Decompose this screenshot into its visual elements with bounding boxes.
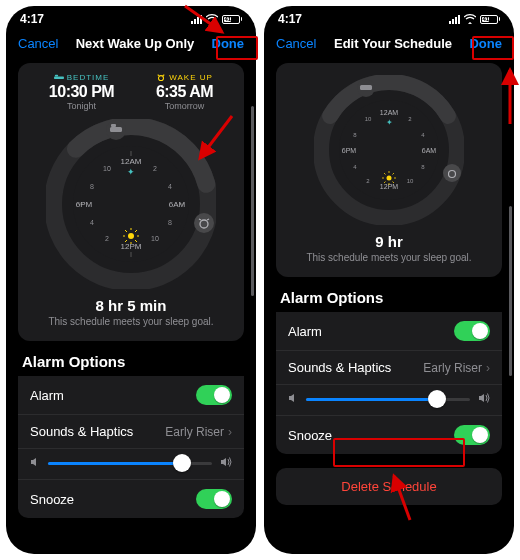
sounds-row[interactable]: Sounds & Haptics Early Riser › bbox=[18, 415, 244, 449]
speaker-low-icon bbox=[288, 393, 298, 405]
alarm-label: Alarm bbox=[288, 324, 454, 339]
nav-bar: Cancel Next Wake Up Only Done bbox=[6, 28, 256, 59]
svg-rect-47 bbox=[360, 85, 372, 90]
alarm-toggle[interactable] bbox=[196, 385, 232, 405]
snooze-toggle[interactable] bbox=[196, 489, 232, 509]
svg-rect-20 bbox=[111, 124, 116, 127]
dial-label-12am: 12AM bbox=[121, 157, 142, 166]
dial-label-4p: 4 bbox=[90, 219, 94, 226]
duration-text: 8 hr 5 min bbox=[28, 297, 234, 314]
snooze-row[interactable]: Snooze bbox=[18, 480, 244, 518]
sounds-row[interactable]: Sounds & Haptics Early Riser › bbox=[276, 351, 502, 385]
svg-text:10: 10 bbox=[365, 116, 372, 122]
goal-text: This schedule meets your sleep goal. bbox=[286, 252, 492, 263]
dial-label-10p: 10 bbox=[103, 165, 111, 172]
done-button[interactable]: Done bbox=[212, 36, 245, 51]
alarm-options-header: Alarm Options bbox=[6, 353, 256, 370]
battery-icon: 41 bbox=[480, 15, 501, 24]
svg-point-37 bbox=[387, 176, 392, 181]
snooze-label: Snooze bbox=[30, 492, 196, 507]
volume-slider[interactable] bbox=[48, 462, 212, 465]
signal-icon bbox=[449, 15, 460, 24]
bedtime-header: BEDTIME bbox=[67, 73, 110, 82]
sounds-label: Sounds & Haptics bbox=[288, 360, 423, 375]
bed-icon bbox=[54, 74, 64, 81]
sleep-dial[interactable]: 12AM 2 4 6AM 8 10 12PM 2 4 6PM 8 10 ✦ bbox=[46, 119, 216, 289]
wakeup-value: 6:35 AM bbox=[156, 83, 213, 101]
snooze-toggle[interactable] bbox=[454, 425, 490, 445]
alarm-options-header: Alarm Options bbox=[264, 289, 514, 306]
dial-label-4: 4 bbox=[168, 183, 172, 190]
phone-left: 4:17 41 Cancel Next Wake Up Only bbox=[6, 6, 256, 554]
sleep-card: BEDTIME 10:30 PM Tonight WAKE UP 6:35 AM bbox=[18, 63, 244, 341]
alarm-toggle[interactable] bbox=[454, 321, 490, 341]
svg-point-9 bbox=[128, 233, 134, 239]
svg-text:10: 10 bbox=[407, 178, 414, 184]
bedtime-value: 10:30 PM bbox=[49, 83, 114, 101]
svg-text:6AM: 6AM bbox=[422, 147, 437, 154]
svg-rect-19 bbox=[110, 127, 122, 132]
wakeup-handle[interactable] bbox=[443, 164, 461, 182]
alarm-icon bbox=[156, 74, 166, 81]
svg-rect-0 bbox=[54, 77, 64, 79]
sleep-dial[interactable]: 12AM 2 4 6AM 8 10 12PM 2 4 6PM 8 10 ✦ bbox=[314, 75, 464, 225]
volume-slider-row bbox=[276, 385, 502, 416]
sounds-value: Early Riser bbox=[423, 361, 482, 375]
duration-text: 9 hr bbox=[286, 233, 492, 250]
status-time: 4:17 bbox=[278, 12, 302, 26]
bedtime-block: BEDTIME 10:30 PM Tonight bbox=[49, 73, 114, 111]
wakeup-sub: Tomorrow bbox=[156, 101, 213, 111]
sounds-label: Sounds & Haptics bbox=[30, 424, 165, 439]
scroll-indicator[interactable] bbox=[509, 206, 512, 376]
wifi-icon bbox=[206, 14, 218, 24]
bedtime-handle[interactable] bbox=[106, 120, 126, 140]
dial-label-6pm: 6PM bbox=[76, 200, 93, 209]
speaker-low-icon bbox=[30, 457, 40, 469]
dial-label-2p: 2 bbox=[105, 235, 109, 242]
svg-text:6PM: 6PM bbox=[342, 147, 357, 154]
chevron-right-icon: › bbox=[486, 361, 490, 375]
bedtime-handle[interactable] bbox=[357, 79, 375, 97]
goal-text: This schedule meets your sleep goal. bbox=[28, 316, 234, 327]
notch bbox=[344, 6, 434, 24]
sounds-value: Early Riser bbox=[165, 425, 224, 439]
wakeup-handle[interactable] bbox=[194, 213, 214, 233]
speaker-high-icon bbox=[220, 457, 232, 469]
svg-point-2 bbox=[159, 76, 164, 81]
notch bbox=[86, 6, 176, 24]
nav-title: Edit Your Schedule bbox=[334, 36, 452, 51]
done-button[interactable]: Done bbox=[469, 36, 502, 51]
cancel-button[interactable]: Cancel bbox=[18, 36, 58, 51]
wifi-icon bbox=[464, 14, 476, 24]
delete-schedule-button[interactable]: Delete Schedule bbox=[276, 468, 502, 505]
cancel-button[interactable]: Cancel bbox=[276, 36, 316, 51]
speaker-high-icon bbox=[478, 393, 490, 405]
dial-label-2: 2 bbox=[153, 165, 157, 172]
svg-text:12AM: 12AM bbox=[380, 109, 398, 116]
dial-label-8: 8 bbox=[168, 219, 172, 226]
alarm-label: Alarm bbox=[30, 388, 196, 403]
alarm-row[interactable]: Alarm bbox=[276, 312, 502, 351]
status-time: 4:17 bbox=[20, 12, 44, 26]
volume-slider-row bbox=[18, 449, 244, 480]
stars-icon: ✦ bbox=[127, 167, 135, 177]
svg-point-21 bbox=[194, 213, 214, 233]
alarm-row[interactable]: Alarm bbox=[18, 376, 244, 415]
battery-icon: 41 bbox=[222, 15, 243, 24]
svg-point-48 bbox=[443, 164, 461, 182]
signal-icon bbox=[191, 15, 202, 24]
chevron-right-icon: › bbox=[228, 425, 232, 439]
nav-bar: Cancel Edit Your Schedule Done bbox=[264, 28, 514, 59]
dial-label-6am: 6AM bbox=[169, 200, 186, 209]
snooze-label: Snooze bbox=[288, 428, 454, 443]
stars-icon: ✦ bbox=[386, 118, 393, 127]
svg-rect-1 bbox=[55, 75, 58, 77]
wakeup-block: WAKE UP 6:35 AM Tomorrow bbox=[156, 73, 213, 111]
scroll-indicator[interactable] bbox=[251, 106, 254, 296]
dial-label-10: 10 bbox=[151, 235, 159, 242]
dial-label-8p: 8 bbox=[90, 183, 94, 190]
snooze-row[interactable]: Snooze bbox=[276, 416, 502, 454]
phone-right: 4:17 41 Cancel Edit Your Schedule bbox=[264, 6, 514, 554]
volume-slider[interactable] bbox=[306, 398, 470, 401]
sleep-card: 12AM 2 4 6AM 8 10 12PM 2 4 6PM 8 10 ✦ bbox=[276, 63, 502, 277]
